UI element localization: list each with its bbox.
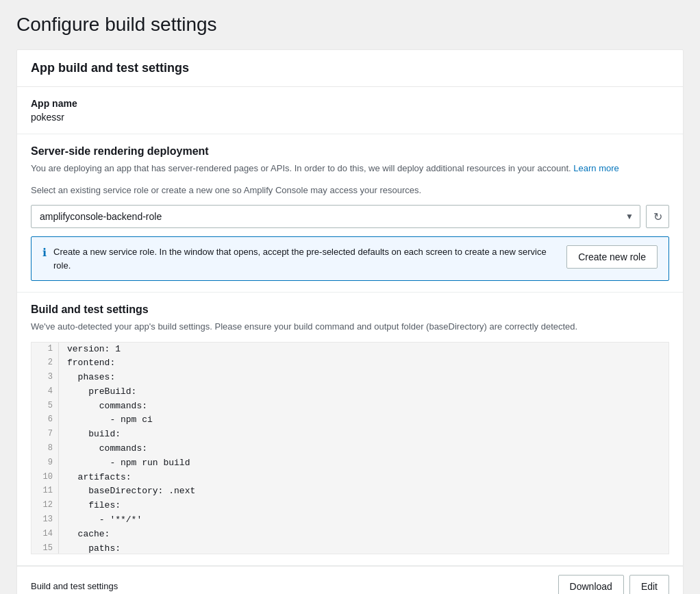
- code-line: 9 - npm run build: [32, 456, 668, 471]
- settings-card: App build and test settings App name pok…: [16, 49, 684, 594]
- app-name-section: App name pokessr: [17, 87, 683, 134]
- line-number: 1: [32, 343, 59, 357]
- line-content: commands:: [59, 442, 147, 456]
- line-number: 4: [32, 385, 59, 399]
- build-section-description: We've auto-detected your app's build set…: [31, 320, 669, 334]
- code-line: 3 phases:: [32, 371, 668, 385]
- ssr-section-description: You are deploying an app that has server…: [31, 162, 669, 175]
- code-line: 12 files:: [32, 499, 668, 513]
- code-editor: 1version: 12frontend:3 phases:4 preBuild…: [31, 342, 669, 554]
- line-number: 9: [32, 456, 59, 471]
- line-number: 12: [32, 499, 59, 513]
- create-new-role-button[interactable]: Create new role: [566, 245, 658, 269]
- line-number: 3: [32, 371, 59, 385]
- code-line: 10 artifacts:: [32, 471, 668, 485]
- line-content: paths:: [59, 542, 121, 554]
- line-number: 5: [32, 399, 59, 414]
- line-content: artifacts:: [59, 471, 132, 485]
- role-select[interactable]: amplifyconsole-backend-role: [31, 205, 640, 228]
- download-button[interactable]: Download: [558, 575, 624, 595]
- ssr-section-title: Server-side rendering deployment: [31, 145, 669, 158]
- code-line: 8 commands:: [32, 442, 668, 456]
- line-number: 14: [32, 528, 59, 542]
- line-number: 10: [32, 471, 59, 485]
- line-content: - npm ci: [59, 413, 153, 428]
- app-name-label: App name: [31, 98, 669, 109]
- footer-actions: Download Edit: [558, 575, 669, 595]
- line-number: 8: [32, 442, 59, 456]
- card-header-title: App build and test settings: [31, 61, 669, 75]
- info-box: ℹ Create a new service role. In the wind…: [31, 236, 669, 281]
- refresh-icon: ↻: [653, 210, 662, 223]
- code-line: 7 build:: [32, 428, 668, 442]
- line-content: - npm run build: [59, 456, 190, 471]
- select-role-label: Select an existing service role or creat…: [31, 184, 669, 197]
- line-content: phases:: [59, 371, 115, 385]
- learn-more-link[interactable]: Learn more: [573, 163, 618, 173]
- info-box-text: Create a new service role. In the window…: [53, 245, 558, 272]
- ssr-section: Server-side rendering deployment You are…: [17, 134, 683, 293]
- code-line: 1version: 1: [32, 343, 668, 357]
- line-content: - '**/*': [59, 513, 142, 528]
- card-header: App build and test settings: [17, 50, 683, 87]
- card-footer: Build and test settings Download Edit: [17, 566, 683, 595]
- line-content: cache:: [59, 528, 110, 542]
- line-number: 11: [32, 484, 59, 499]
- line-content: commands:: [59, 399, 147, 414]
- line-content: baseDirectory: .next: [59, 484, 195, 499]
- line-number: 7: [32, 428, 59, 442]
- code-line: 15 paths:: [32, 542, 668, 554]
- line-content: build:: [59, 428, 121, 442]
- role-select-wrapper: amplifyconsole-backend-role ▼: [31, 205, 640, 228]
- refresh-button[interactable]: ↻: [646, 205, 669, 228]
- line-content: preBuild:: [59, 385, 136, 399]
- line-content: files:: [59, 499, 121, 513]
- page-title: Configure build settings: [16, 14, 684, 36]
- line-number: 6: [32, 413, 59, 428]
- build-section-title: Build and test settings: [31, 304, 669, 316]
- line-content: frontend:: [59, 356, 115, 371]
- build-section: Build and test settings We've auto-detec…: [17, 293, 683, 566]
- app-name-value: pokessr: [31, 112, 669, 123]
- line-number: 13: [32, 513, 59, 528]
- line-content: version: 1: [59, 343, 121, 357]
- code-line: 5 commands:: [32, 399, 668, 414]
- edit-button[interactable]: Edit: [629, 575, 669, 595]
- code-line: 2frontend:: [32, 356, 668, 371]
- code-line: 6 - npm ci: [32, 413, 668, 428]
- role-select-row: amplifyconsole-backend-role ▼ ↻: [31, 205, 669, 228]
- code-line: 14 cache:: [32, 528, 668, 542]
- code-line: 11 baseDirectory: .next: [32, 484, 668, 499]
- info-icon: ℹ: [42, 246, 47, 259]
- code-line: 13 - '**/*': [32, 513, 668, 528]
- code-line: 4 preBuild:: [32, 385, 668, 399]
- line-number: 15: [32, 542, 59, 554]
- info-box-left: ℹ Create a new service role. In the wind…: [42, 245, 558, 272]
- footer-label: Build and test settings: [31, 581, 118, 591]
- line-number: 2: [32, 356, 59, 371]
